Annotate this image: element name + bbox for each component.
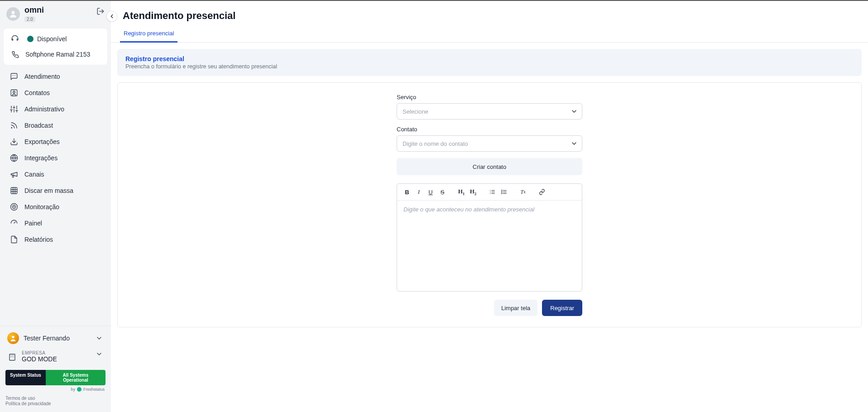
main-nav: Atendimento Contatos Administrativo Broa… <box>0 67 111 326</box>
create-contact-button[interactable]: Criar contato <box>397 158 582 175</box>
app-version-badge: 2.0 <box>24 16 35 22</box>
chevron-down-icon <box>96 335 103 342</box>
file-icon <box>9 235 19 244</box>
svg-point-26 <box>12 205 16 209</box>
strikethrough-icon[interactable]: S <box>437 187 448 197</box>
service-select[interactable] <box>397 103 582 120</box>
chat-icon <box>9 72 19 81</box>
nav-item-canais[interactable]: Canais <box>0 166 111 182</box>
logout-icon[interactable] <box>96 7 105 15</box>
svg-point-27 <box>14 206 14 207</box>
contacts-icon <box>9 89 19 97</box>
italic-icon[interactable]: I <box>413 187 424 197</box>
nav-item-atendimento[interactable]: Atendimento <box>0 68 111 85</box>
building-icon <box>7 353 17 361</box>
status-label: Disponível <box>37 35 67 43</box>
status-dot-icon <box>27 36 34 42</box>
nav-item-label: Broadcast <box>24 122 53 129</box>
service-label: Serviço <box>397 94 582 101</box>
availability-status-row[interactable]: Disponível <box>4 31 107 47</box>
main-content: Atendimento presencial Registro presenci… <box>111 1 868 412</box>
rte-toolbar: B I U S H1 H2 Tx <box>397 184 582 201</box>
status-card: Disponível Softphone Ramal 2153 <box>4 29 107 65</box>
broadcast-icon <box>9 121 19 129</box>
headset-icon <box>10 35 20 43</box>
sidebar-footer: Tester Fernando EMPRESA GOD MODE System … <box>0 326 111 412</box>
user-avatar-icon <box>6 7 20 21</box>
svg-point-25 <box>11 204 18 211</box>
nav-item-integracoes[interactable]: Integrações <box>0 150 111 166</box>
target-icon <box>9 203 19 211</box>
info-banner: Registro presencial Preencha o formulári… <box>117 49 862 76</box>
svg-point-0 <box>12 11 15 14</box>
svg-rect-20 <box>11 187 17 194</box>
collapse-sidebar-button[interactable] <box>106 11 117 22</box>
submit-button[interactable]: Registrar <box>542 300 582 316</box>
company-row[interactable]: EMPRESA GOD MODE <box>4 348 107 366</box>
form-card: Serviço Contato Criar contato B I U <box>117 82 862 327</box>
banner-title: Registro presencial <box>125 55 854 62</box>
privacy-link[interactable]: Política de privacidade <box>5 401 106 406</box>
softphone-label: Softphone Ramal 2153 <box>25 51 90 58</box>
chevron-down-icon <box>96 350 103 358</box>
softphone-row[interactable]: Softphone Ramal 2153 <box>4 47 107 62</box>
contact-input[interactable] <box>397 135 582 152</box>
tab-registro-presencial[interactable]: Registro presencial <box>123 24 175 42</box>
nav-item-label: Integrações <box>24 154 58 162</box>
terms-link[interactable]: Termos de uso <box>5 396 106 401</box>
svg-point-16 <box>11 128 12 129</box>
system-status-badge[interactable]: System Status All Systems Operational <box>5 370 106 385</box>
banner-subtitle: Preencha o formulário e registre seu ate… <box>125 63 854 70</box>
ordered-list-icon[interactable] <box>487 187 498 197</box>
current-user-name: Tester Fernando <box>24 335 70 342</box>
svg-point-45 <box>502 193 502 194</box>
nav-item-contatos[interactable]: Contatos <box>0 85 111 101</box>
nav-item-broadcast[interactable]: Broadcast <box>0 117 111 134</box>
svg-line-28 <box>14 222 15 223</box>
nav-item-label: Discar em massa <box>24 187 73 194</box>
page-title: Atendimento presencial <box>111 1 868 24</box>
system-status-label: System Status <box>5 370 46 385</box>
link-icon[interactable] <box>537 187 547 197</box>
nav-item-discar[interactable]: Discar em massa <box>0 182 111 199</box>
sidebar-header: omni 2.0 <box>0 1 111 27</box>
nav-item-label: Contatos <box>24 89 50 96</box>
clear-format-icon[interactable]: Tx <box>518 187 528 197</box>
nav-item-label: Administrativo <box>24 105 64 113</box>
current-user-row[interactable]: Tester Fernando <box>4 329 107 348</box>
unordered-list-icon[interactable] <box>499 187 509 197</box>
nav-item-relatorios[interactable]: Relatórios <box>0 231 111 248</box>
phone-icon <box>10 50 20 58</box>
nav-item-label: Exportações <box>24 138 60 145</box>
nav-item-label: Atendimento <box>24 73 60 80</box>
nav-item-label: Monitoração <box>24 203 59 211</box>
underline-icon[interactable]: U <box>425 187 436 197</box>
nav-item-administrativo[interactable]: Administrativo <box>0 101 111 117</box>
bold-icon[interactable]: B <box>402 187 412 197</box>
svg-rect-5 <box>11 90 17 96</box>
rich-text-editor: B I U S H1 H2 Tx <box>397 183 582 292</box>
nav-item-label: Relatórios <box>24 236 53 243</box>
tabs: Registro presencial <box>111 24 868 43</box>
company-label: EMPRESA <box>22 350 57 355</box>
clear-button[interactable]: Limpar tela <box>494 300 537 316</box>
nav-item-label: Canais <box>24 171 44 178</box>
nav-item-painel[interactable]: Painel <box>0 215 111 231</box>
company-name: GOD MODE <box>22 355 57 363</box>
rte-textarea[interactable]: Digite o que aconteceu no atendimento pr… <box>397 201 582 291</box>
download-icon <box>9 138 19 146</box>
globe-icon <box>9 154 19 162</box>
svg-point-6 <box>13 91 15 93</box>
svg-point-29 <box>12 336 14 338</box>
nav-item-monitoracao[interactable]: Monitoração <box>0 199 111 215</box>
svg-rect-30 <box>10 354 15 360</box>
nav-item-exportacoes[interactable]: Exportações <box>0 134 111 150</box>
app-name: omni <box>24 5 44 15</box>
heading1-icon[interactable]: H1 <box>456 187 467 197</box>
user-avatar-image <box>7 332 19 344</box>
freshstatus-icon <box>77 387 82 392</box>
svg-point-43 <box>502 190 502 191</box>
heading2-icon[interactable]: H2 <box>468 187 479 197</box>
nav-item-label: Painel <box>24 220 42 227</box>
system-status-value: All Systems Operational <box>46 370 106 385</box>
